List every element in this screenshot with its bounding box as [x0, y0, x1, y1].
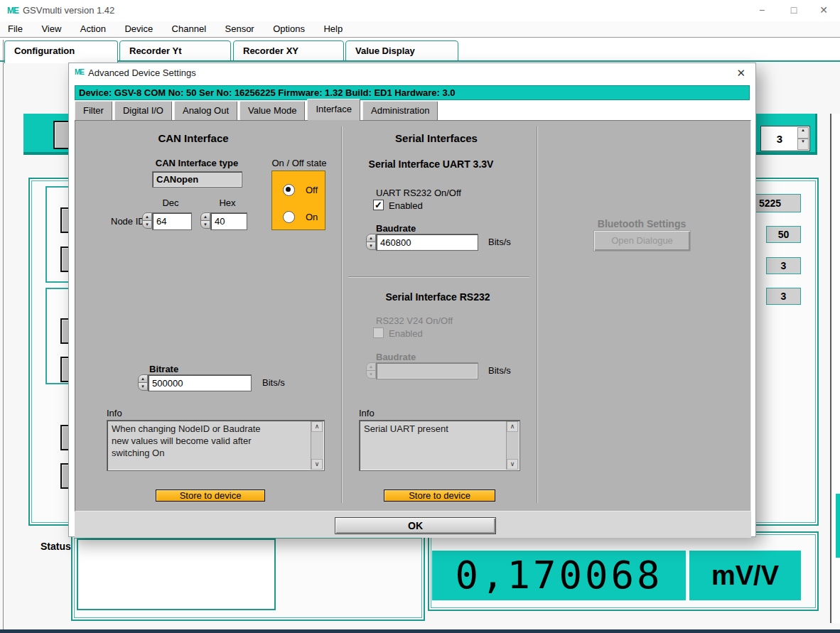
- rs232-title: Serial Interface RS232: [352, 291, 523, 303]
- app-window: ME GSVmulti version 1.42 − □ ✕ File View…: [0, 0, 840, 633]
- uart-baudrate-field[interactable]: 460800: [376, 234, 478, 251]
- serial-section-title: Serial Interfaces: [351, 132, 522, 144]
- dialog-tab-analog-out[interactable]: Analog Out: [174, 101, 237, 120]
- window-bottom-border: [0, 629, 840, 633]
- scroll-down-icon[interactable]: ∨: [311, 459, 323, 470]
- radio-on-label: On: [306, 212, 318, 222]
- scrollbar[interactable]: ∧ ∨: [506, 421, 519, 470]
- bluetooth-open-button[interactable]: Open Dialogue: [593, 230, 691, 251]
- uart-baudrate-unit: Bits/s: [488, 237, 511, 247]
- interface-tab-content: CAN Interface CAN Interface type CANopen…: [75, 120, 751, 512]
- dialog-tab-filter[interactable]: Filter: [75, 101, 112, 120]
- rs232-baudrate-spinner: ▲ ▼: [366, 362, 376, 379]
- can-onoff-label: On / Off state: [267, 158, 331, 168]
- bluetooth-title: Bluetooth Settings: [571, 218, 713, 229]
- scrollbar[interactable]: ∧ ∨: [311, 421, 323, 470]
- right-teal-fragment: [836, 494, 840, 558]
- spin-down-icon: ▼: [366, 370, 376, 379]
- node-id-hex-spinner[interactable]: ▲ ▼: [200, 212, 210, 229]
- serial-info-label: Info: [359, 408, 375, 418]
- spin-down-icon[interactable]: ▼: [366, 242, 376, 250]
- uart-enabled-checkbox[interactable]: ✓: [373, 200, 384, 210]
- spin-down-icon[interactable]: ▼: [138, 382, 148, 391]
- uart-baudrate-spinner[interactable]: ▲ ▼: [366, 234, 376, 250]
- window-left-border: [3, 40, 4, 629]
- node-id-dec-spinner[interactable]: ▲ ▼: [142, 212, 152, 229]
- value-field: 3: [766, 288, 801, 305]
- menu-sensor[interactable]: Sensor: [217, 21, 262, 37]
- rs232-enabled-label: Enabled: [389, 328, 423, 339]
- dialog-title: Advanced Device Settings: [88, 67, 196, 78]
- dialog-tab-value-mode[interactable]: Value Mode: [239, 101, 305, 120]
- bitrate-spinner[interactable]: ▲ ▼: [138, 374, 148, 391]
- tab-recorder-yt[interactable]: Recorder Yt: [119, 40, 231, 61]
- scroll-up-icon[interactable]: ∧: [311, 421, 323, 432]
- can-store-button[interactable]: Store to device: [156, 489, 265, 502]
- status-box: [77, 539, 276, 610]
- divider: [348, 276, 529, 277]
- dialog-tab-administration[interactable]: Administration: [362, 101, 438, 120]
- app-logo-icon: ME: [7, 6, 18, 16]
- channel-spin-up-icon[interactable]: ▲: [797, 127, 809, 139]
- dialog-tab-digital-io[interactable]: Digital I/O: [114, 101, 172, 120]
- channel-spinner[interactable]: 3 ▲ ▼: [760, 126, 810, 151]
- spin-down-icon[interactable]: ▼: [142, 220, 152, 229]
- maximize-icon[interactable]: □: [783, 4, 804, 16]
- tab-recorder-xy[interactable]: Recorder XY: [233, 40, 344, 61]
- bitrate-unit: Bits/s: [262, 377, 285, 388]
- can-onoff-radio-group: Off On: [271, 171, 325, 230]
- value-field: 3: [766, 257, 801, 274]
- can-info-label: Info: [107, 408, 122, 418]
- menu-file[interactable]: File: [0, 21, 31, 37]
- com-number-field: 50: [766, 226, 801, 243]
- menu-action[interactable]: Action: [72, 21, 114, 37]
- bitrate-label: Bitrate: [149, 364, 178, 374]
- bitrate-field[interactable]: 500000: [148, 374, 252, 391]
- menu-options[interactable]: Options: [265, 21, 313, 37]
- spin-down-icon[interactable]: ▼: [200, 220, 210, 229]
- can-type-label: CAN Interface type: [144, 158, 250, 168]
- menu-help[interactable]: Help: [316, 21, 350, 37]
- minimize-icon[interactable]: −: [751, 4, 772, 16]
- menu-channel[interactable]: Channel: [164, 21, 214, 37]
- tab-configuration[interactable]: Configuration: [4, 40, 118, 63]
- scroll-up-icon[interactable]: ∧: [507, 421, 518, 432]
- menu-device[interactable]: Device: [117, 21, 161, 37]
- scroll-down-icon[interactable]: ∨: [507, 459, 518, 470]
- node-id-dec-field[interactable]: 64: [152, 212, 192, 230]
- divider: [341, 126, 342, 503]
- serial-store-button[interactable]: Store to device: [384, 489, 495, 502]
- dec-label: Dec: [149, 198, 192, 208]
- channel-spin-down-icon[interactable]: ▼: [797, 139, 809, 150]
- device-info-bar: Device: GSV-8 COM No: 50 Ser No: 1625622…: [75, 85, 750, 100]
- hex-label: Hex: [206, 198, 249, 208]
- rs232-enabled-checkbox[interactable]: [373, 328, 384, 338]
- close-icon[interactable]: ✕: [813, 4, 834, 16]
- dialog-tab-strip: Filter Digital I/O Analog Out Value Mode…: [75, 99, 440, 120]
- dialog-titlebar[interactable]: ME Advanced Device Settings ✕: [69, 63, 755, 83]
- radio-on[interactable]: [283, 211, 295, 223]
- rs232-onoff-label: RS232 V24 On/Off: [376, 315, 453, 326]
- menu-bar: File View Action Device Channel Sensor O…: [0, 21, 840, 38]
- tab-value-display[interactable]: Value Display: [345, 40, 458, 61]
- measurement-value: 0,170068: [432, 551, 686, 600]
- rs232-baudrate-field: [376, 362, 478, 379]
- can-section-title: CAN Interface: [108, 132, 279, 144]
- node-id-hex-field[interactable]: 40: [210, 212, 247, 230]
- advanced-device-settings-dialog: ME Advanced Device Settings ✕ Device: GS…: [68, 63, 756, 537]
- can-info-box[interactable]: When changing NodeID or Baudrate new val…: [107, 420, 325, 471]
- tab-underline: [0, 60, 840, 62]
- serial-info-box[interactable]: Serial UART present ∧ ∨: [359, 420, 520, 471]
- radio-off-label: Off: [306, 185, 318, 195]
- node-id-label: Node ID: [111, 216, 145, 227]
- titlebar[interactable]: ME GSVmulti version 1.42 − □ ✕: [0, 0, 840, 21]
- ok-button[interactable]: OK: [335, 517, 496, 534]
- dialog-close-icon[interactable]: ✕: [736, 67, 745, 80]
- menu-view[interactable]: View: [33, 21, 69, 37]
- uart-baudrate-label: Baudrate: [376, 223, 416, 234]
- dialog-tab-interface[interactable]: Interface: [307, 99, 360, 120]
- radio-off[interactable]: [283, 184, 295, 196]
- measurement-unit: mV/V: [689, 551, 801, 600]
- uart-onoff-label: UART RS232 On/Off: [376, 188, 461, 198]
- can-type-field[interactable]: CANopen: [152, 171, 242, 188]
